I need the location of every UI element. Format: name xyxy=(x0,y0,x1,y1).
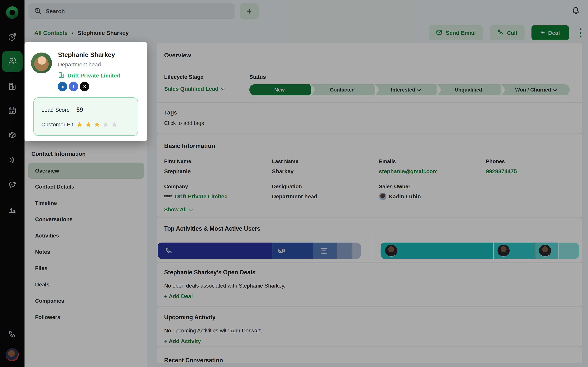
star-icon: ★ xyxy=(94,121,100,128)
x-twitter-icon[interactable]: X xyxy=(80,82,89,91)
contact-company-link[interactable]: Drift Private Limited xyxy=(58,71,120,80)
contact-profile-card: Stephanie Sharkey Department head Drift … xyxy=(25,42,147,141)
facebook-icon[interactable]: f xyxy=(69,82,78,91)
building-icon xyxy=(58,71,65,80)
star-icon: ★ xyxy=(102,121,109,128)
linkedin-icon[interactable]: in xyxy=(58,82,67,91)
customer-fit-label: Customer Fit xyxy=(41,121,76,128)
lead-score-label: Lead Score xyxy=(41,107,76,113)
lead-score-value: 59 xyxy=(76,106,83,113)
star-icon: ★ xyxy=(85,121,92,128)
social-links: in f X xyxy=(58,82,89,91)
contact-avatar xyxy=(31,52,52,73)
contact-name: Stephanie Sharkey xyxy=(58,51,115,58)
customer-fit-rating[interactable]: ★ ★ ★ ★ ★ xyxy=(76,121,118,128)
star-icon: ★ xyxy=(111,121,118,128)
star-icon: ★ xyxy=(76,121,83,128)
lead-score-box: Lead Score 59 Customer Fit ★ ★ ★ ★ ★ xyxy=(33,97,138,136)
contact-designation: Department head xyxy=(58,61,101,68)
